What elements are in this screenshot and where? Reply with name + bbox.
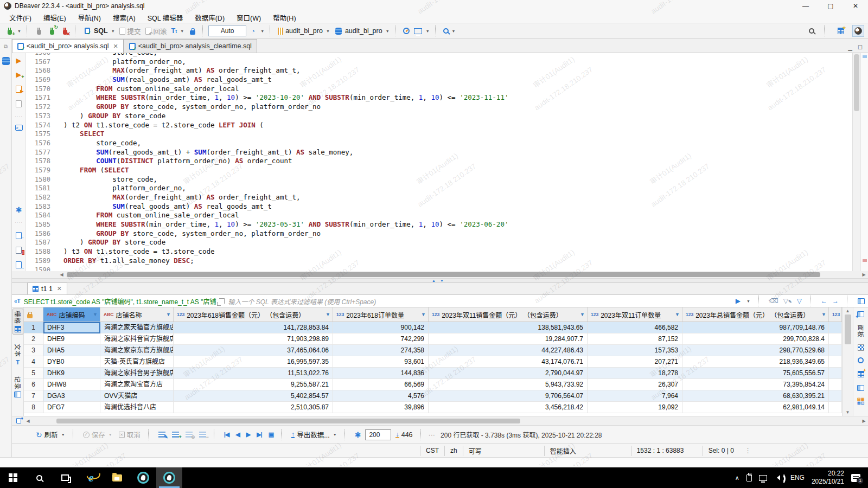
pin-results-icon[interactable]: ●: [13, 416, 24, 425]
duplicate-row-button[interactable]: ⊕: [184, 430, 194, 439]
restore-panes-icon[interactable]: ⧉: [2, 42, 10, 51]
column-header-2[interactable]: 1232023年618销售金额（元） （包含运费）▼: [174, 307, 333, 322]
save-button[interactable]: ✓保存▼: [81, 428, 114, 441]
presentation-tab-grid[interactable]: 栅格: [12, 309, 23, 335]
row-number[interactable]: 5: [24, 368, 43, 379]
grid-horizontal-scrollbar[interactable]: ● ◀ ▶: [12, 416, 868, 425]
table-row-3[interactable]: 3DHA5海澜之家京东官方旗舰店37,465,064.06274,35844,2…: [24, 345, 842, 356]
error-log-icon[interactable]: !: [15, 246, 23, 254]
cell-r2-c4[interactable]: 742,299: [333, 333, 429, 345]
toolbar-overflow-icon[interactable]: ···: [429, 431, 436, 439]
row-number[interactable]: 7: [24, 390, 43, 402]
cell-r3-c5[interactable]: 44,227,486.43: [429, 345, 588, 356]
grid-scroll-left-arrow[interactable]: ◀: [24, 419, 32, 423]
explain-plan-icon[interactable]: [15, 99, 23, 108]
cell-r8-c4[interactable]: 39,896: [333, 402, 429, 413]
calc-panel-icon[interactable]: +: [857, 370, 865, 378]
menu-item-数据库(D)[interactable]: 数据库(D): [189, 12, 231, 23]
next-row-button[interactable]: ▶: [245, 429, 252, 440]
connect-button[interactable]: [33, 25, 45, 37]
export-result-icon[interactable]: →: [15, 231, 23, 240]
menu-item-SQL 编辑器[interactable]: SQL 编辑器: [142, 12, 189, 23]
file-explorer-button[interactable]: [104, 467, 130, 488]
export-data-button[interactable]: ↑导出数据...▼: [290, 428, 339, 441]
cancel-button[interactable]: ✕取消: [117, 428, 142, 441]
fetch-size-input[interactable]: 200: [365, 429, 391, 440]
taskbar-clock[interactable]: 20:22 2025/10/21: [812, 470, 844, 486]
cell-r4-c2[interactable]: 天猫-英氏官方旗舰店: [100, 356, 174, 368]
cell-r4-c3[interactable]: 16,995,597.35: [174, 356, 333, 368]
edit-cell-button[interactable]: ✎: [157, 430, 167, 439]
results-tab-close-icon[interactable]: ✕: [57, 285, 62, 292]
cell-r7-c5[interactable]: 9,706,564.07: [429, 390, 588, 402]
dbeaver-taskbar-button[interactable]: [130, 467, 156, 488]
internet-explorer-button[interactable]: e: [78, 467, 104, 488]
column-filter-icon[interactable]: ▼: [580, 312, 585, 317]
execute-new-tab-icon[interactable]: ▶+: [16, 70, 22, 79]
cell-r7-c3[interactable]: 5,402,854.57: [174, 390, 333, 402]
results-tab-t1[interactable]: t1 1 ✕: [27, 282, 67, 294]
new-connection-button[interactable]: +▼: [4, 25, 23, 37]
cell-r4-c6[interactable]: 207,271: [588, 356, 682, 368]
minimize-button[interactable]: —: [793, 2, 818, 10]
cell-r6-c4[interactable]: 66,569: [333, 379, 429, 390]
cell-r2-c2[interactable]: 海澜之家抖音官方旗舰店: [100, 333, 174, 345]
column-header-0[interactable]: ABC店铺编码▼: [43, 307, 100, 322]
grid-scroll-down-arrow[interactable]: ▼: [846, 410, 850, 415]
status-write-mode[interactable]: 可写: [463, 446, 544, 456]
execute-statement-icon[interactable]: ▶: [16, 56, 22, 65]
add-row-button[interactable]: +: [170, 430, 181, 439]
cell-r3-c7[interactable]: 298,770,529.68: [682, 345, 829, 356]
network-button[interactable]: ▼: [412, 25, 431, 37]
close-tab-icon[interactable]: ✕: [113, 43, 118, 50]
cell-r7-c2[interactable]: OVV天猫店: [100, 390, 174, 402]
column-filter-icon[interactable]: ▼: [326, 312, 330, 317]
cell-r6-c5[interactable]: 5,943,733.92: [429, 379, 588, 390]
quick-access-search[interactable]: [807, 27, 816, 35]
cell-r7-c4[interactable]: 4,576: [333, 390, 429, 402]
filters-menu-icon[interactable]: ▽: [797, 297, 802, 305]
input-language[interactable]: ENG: [790, 474, 805, 481]
cell-r4-c5[interactable]: 43,174,076.71: [429, 356, 588, 368]
cell-r6-c3[interactable]: 9,255,587.21: [174, 379, 333, 390]
usb-icon[interactable]: [746, 474, 752, 481]
start-button[interactable]: [0, 467, 26, 488]
cell-r4-c8[interactable]: [829, 356, 842, 368]
cell-r8-c8[interactable]: [829, 402, 842, 413]
table-row-8[interactable]: 8DFG7海澜优选抖音八店2,510,305.8739,8963,456,218…: [24, 402, 842, 413]
cell-r6-c6[interactable]: 26,307: [588, 379, 682, 390]
first-row-button[interactable]: |◀: [222, 429, 231, 440]
cell-r8-c3[interactable]: 2,510,305.87: [174, 402, 333, 413]
cell-r3-c1[interactable]: DHA5: [43, 345, 100, 356]
menu-item-窗口(W)[interactable]: 窗口(W): [231, 12, 267, 23]
status-insert-mode[interactable]: 智能插入: [544, 446, 631, 456]
clear-filter-icon[interactable]: ⌫: [769, 297, 778, 305]
last-row-button[interactable]: ▶|: [255, 429, 264, 440]
status-caret-position[interactable]: 1532 : 1 : 63883: [631, 446, 703, 456]
status-more-icon[interactable]: ⋮: [739, 447, 868, 454]
menu-item-文件(F)[interactable]: 文件(F): [3, 12, 37, 23]
cell-r4-c1[interactable]: DYB0: [43, 356, 100, 368]
column-header-4[interactable]: 1232023年双11销售金额（元） （包含运费）▼: [429, 307, 588, 322]
cell-r8-c2[interactable]: 海澜优选抖音八店: [100, 402, 174, 413]
presentation-tab-record[interactable]: 记录: [13, 375, 23, 399]
column-header-7[interactable]: 1232: [829, 307, 842, 322]
close-button[interactable]: ✕: [843, 2, 868, 10]
cell-r2-c3[interactable]: 71,903,298.89: [174, 333, 333, 345]
filter-history-dropdown-icon[interactable]: ▼: [746, 299, 750, 303]
editor-tab-0[interactable]: <audit_bi_pro> analysis.sql✕: [12, 39, 124, 53]
table-row-6[interactable]: 6DHW8海澜之家淘宝官方店9,255,587.2166,5695,943,73…: [24, 379, 842, 390]
cell-r2-c5[interactable]: 19,284,907.7: [429, 333, 588, 345]
panels-toggle-icon[interactable]: ✦: [857, 310, 865, 318]
filter-query-text[interactable]: SELECT t1.store_code AS "店铺编码", t1.store…: [24, 297, 216, 306]
open-console-icon[interactable]: >_: [15, 125, 23, 131]
filter-input[interactable]: 输入一个 SQL 表达式来过滤结果 (使用 Ctrl+Space): [228, 297, 732, 306]
row-number[interactable]: 4: [24, 356, 43, 368]
commit-mode-combo[interactable]: Auto: [208, 25, 246, 36]
cell-r2-c8[interactable]: [829, 333, 842, 345]
cell-r5-c5[interactable]: 2,790,044.97: [429, 368, 588, 379]
cell-r8-c6[interactable]: 19,092: [588, 402, 682, 413]
editor-tab-1[interactable]: <audit_bi_pro> analysis_cleartime.sql: [124, 39, 257, 53]
cell-r1-c5[interactable]: 138,581,943.65: [429, 322, 588, 333]
cell-r3-c4[interactable]: 274,358: [333, 345, 429, 356]
